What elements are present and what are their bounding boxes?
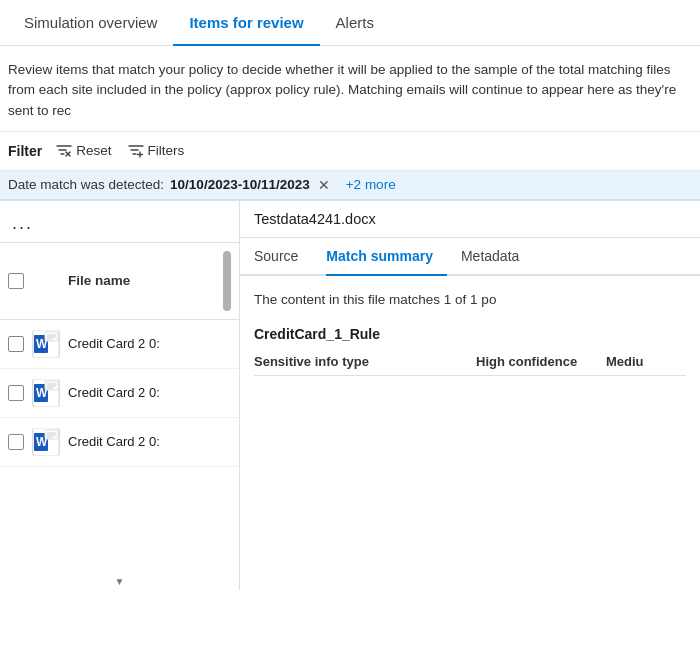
tab-items-for-review[interactable]: Items for review <box>173 0 319 45</box>
file-name-3: Credit Card 2 0: <box>68 434 160 449</box>
rule-title: CreditCard_1_Rule <box>254 326 686 342</box>
match-description: The content in this file matches 1 of 1 … <box>254 290 686 310</box>
tab-alerts[interactable]: Alerts <box>320 0 390 45</box>
filename-column-header: File name <box>68 273 130 288</box>
main-tab-nav: Simulation overview Items for review Ale… <box>0 0 700 46</box>
reset-button[interactable]: Reset <box>50 140 117 162</box>
file-row[interactable]: W Credit Card 2 0: <box>0 369 239 418</box>
file-row[interactable]: W Credit Card 2 0: <box>0 418 239 467</box>
filter-bar: Filter Reset Filters <box>0 132 700 171</box>
reset-label: Reset <box>76 143 111 158</box>
page-description: Review items that match your policy to d… <box>0 46 700 132</box>
word-icon-2: W <box>32 379 60 407</box>
left-panel: ... File name W <box>0 201 240 590</box>
right-tab-nav: Source Match summary Metadata <box>240 238 700 276</box>
funnel-x-icon <box>56 143 72 159</box>
file-list-header: File name <box>0 243 239 320</box>
right-panel-file-title: Testdata4241.docx <box>240 201 700 238</box>
word-icon-1: W <box>32 330 60 358</box>
split-layout: ... File name W <box>0 200 700 590</box>
scrollbar-thumb[interactable] <box>223 251 231 311</box>
filter-chip-value: 10/10/2023-10/11/2023 <box>170 177 310 192</box>
right-panel-content: The content in this file matches 1 of 1 … <box>240 276 700 590</box>
filter-chip: Date match was detected: 10/10/2023-10/1… <box>8 177 332 193</box>
tab-metadata[interactable]: Metadata <box>461 238 533 274</box>
active-filter-bar: Date match was detected: 10/10/2023-10/1… <box>0 171 700 200</box>
filters-button[interactable]: Filters <box>122 140 191 162</box>
file-name-2: Credit Card 2 0: <box>68 385 160 400</box>
tab-simulation-overview[interactable]: Simulation overview <box>8 0 173 45</box>
file-checkbox-2[interactable] <box>8 385 24 401</box>
file-name-1: Credit Card 2 0: <box>68 336 160 351</box>
left-panel-header: ... <box>0 201 239 243</box>
more-filters-link[interactable]: +2 more <box>346 177 396 192</box>
filters-label: Filters <box>148 143 185 158</box>
file-row[interactable]: W Credit Card 2 0: <box>0 320 239 369</box>
th-high-confidence: High confidence <box>476 354 606 369</box>
scroll-down-arrow[interactable]: ▼ <box>0 573 239 590</box>
filter-label: Filter <box>8 143 42 159</box>
file-checkbox-1[interactable] <box>8 336 24 352</box>
word-icon-3: W <box>32 428 60 456</box>
filter-chip-close-button[interactable]: ✕ <box>316 177 332 193</box>
sensitive-info-table-header: Sensitive info type High confidence Medi… <box>254 354 686 376</box>
file-checkbox-3[interactable] <box>8 434 24 450</box>
tab-match-summary[interactable]: Match summary <box>326 238 447 274</box>
more-options-button[interactable]: ... <box>8 211 37 236</box>
filter-chip-label: Date match was detected: <box>8 177 164 192</box>
file-list: W Credit Card 2 0: W <box>0 320 239 573</box>
th-medium-confidence: Mediu <box>606 354 686 369</box>
tab-source[interactable]: Source <box>254 238 312 274</box>
funnel-plus-icon <box>128 143 144 159</box>
th-sensitive-info-type: Sensitive info type <box>254 354 476 369</box>
right-panel: Testdata4241.docx Source Match summary M… <box>240 201 700 590</box>
select-all-checkbox[interactable] <box>8 273 24 289</box>
